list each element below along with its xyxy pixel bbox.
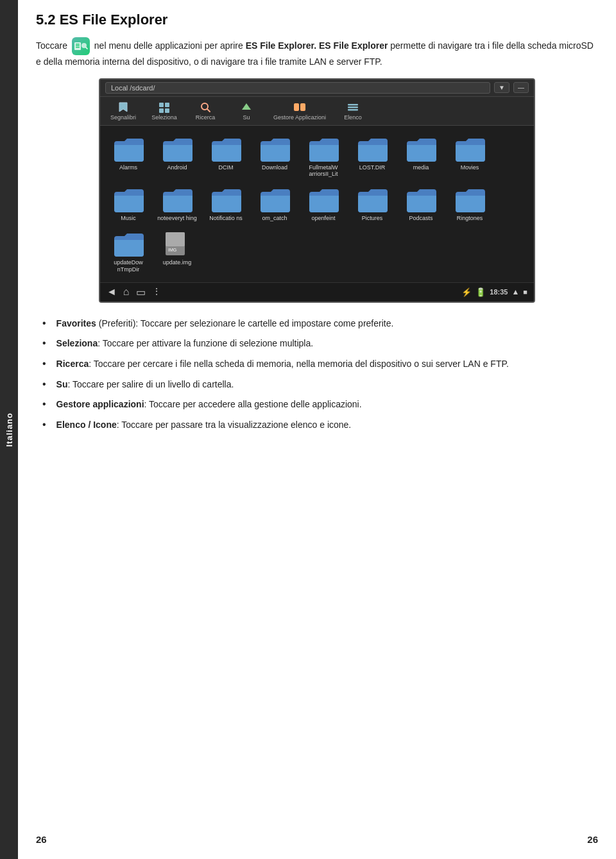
list-item[interactable]: Android	[154, 132, 200, 181]
term-seleziona: Seleziona	[56, 338, 98, 348]
list-item[interactable]: media	[398, 132, 444, 181]
folder-icon	[112, 135, 145, 163]
toolbar-segnalibri[interactable]: Segnalibri	[104, 99, 142, 123]
file-label: om_catch	[262, 215, 287, 222]
menu-nav-icon: ⋮	[152, 286, 161, 298]
file-label: Download	[262, 164, 287, 171]
svg-text:IMG: IMG	[168, 248, 176, 252]
svg-rect-6	[159, 103, 164, 107]
language-label: Italiano	[4, 412, 14, 447]
gestore-icon	[293, 101, 307, 113]
page-title: 5.2 ES File Explorer	[36, 12, 598, 28]
list-item[interactable]: noteeveryt hing	[154, 183, 200, 225]
list-item[interactable]: Music	[105, 183, 151, 225]
list-item[interactable]: Ringtones	[447, 183, 493, 225]
recents-nav-icon: ▭	[136, 286, 146, 298]
file-label: openfeint	[311, 215, 335, 222]
back-nav-icon: ◄	[107, 286, 117, 298]
list-item: Elenco / Icone: Toccare per passare tra …	[42, 418, 598, 432]
svg-rect-13	[294, 103, 299, 111]
list-item[interactable]: Download	[252, 132, 298, 181]
svg-line-5	[86, 47, 87, 49]
desc-gestore: : Toccare per accedere alla gestione del…	[144, 399, 362, 409]
feature-list: Favorites (Preferiti): Toccare per selez…	[42, 317, 598, 432]
list-item[interactable]: om_catch	[252, 183, 298, 225]
folder-icon	[160, 135, 194, 163]
list-item[interactable]: openfeint	[300, 183, 346, 225]
desc-ricerca: : Toccare per cercare i file nella sched…	[89, 359, 509, 369]
toolbar-elenco[interactable]: Elenco	[334, 99, 372, 123]
term-elenco: Elenco / Icone	[56, 420, 117, 430]
segnalibri-icon	[116, 101, 130, 113]
folder-icon	[307, 185, 340, 214]
list-item[interactable]: LOST.DIR	[349, 132, 395, 181]
list-item[interactable]: FullmetalW arriorsII_Lit	[300, 132, 346, 181]
list-item-text: Favorites (Preferiti): Toccare per selez…	[56, 317, 394, 331]
elenco-icon	[346, 101, 360, 113]
svg-rect-8	[159, 108, 164, 113]
ricerca-icon	[198, 101, 212, 113]
page-number-left: 26	[36, 834, 47, 845]
signal-icon: ■	[523, 288, 527, 296]
home-nav-icon: ⌂	[123, 286, 130, 298]
file-label: Ringtones	[457, 215, 483, 222]
file-label: noteeveryt hing	[157, 215, 197, 222]
list-item: Su: Toccare per salire di un livello di …	[42, 378, 598, 392]
toolbar-ricerca[interactable]: Ricerca	[186, 99, 225, 123]
seleziona-icon	[157, 101, 171, 113]
folder-icon	[112, 185, 145, 214]
toolbar-su[interactable]: Su	[227, 99, 266, 123]
list-item[interactable]: Notificatio ns	[203, 183, 249, 225]
svg-rect-9	[165, 108, 169, 113]
desc-favorites: : Toccare per selezionare le cartelle ed…	[135, 318, 393, 328]
file-label: LOST.DIR	[359, 164, 386, 171]
svg-rect-16	[348, 106, 358, 108]
file-label: Android	[167, 164, 187, 171]
file-label: update.img	[163, 259, 192, 266]
list-item[interactable]: IMG update.img	[154, 227, 200, 276]
list-item[interactable]: Pictures	[349, 183, 395, 225]
page-number-right: 26	[587, 834, 598, 845]
app-icon-inline	[72, 37, 90, 55]
intro-paragraph: Toccare nel menu delle applicazioni per …	[36, 37, 598, 69]
list-item[interactable]: DCIM	[203, 132, 249, 181]
minimize-btn[interactable]: —	[513, 82, 529, 93]
folder-icon	[453, 185, 486, 214]
file-grid: Alarms Android DCIM Download	[100, 126, 534, 282]
toolbar-seleziona[interactable]: Seleziona	[145, 99, 184, 123]
folder-icon	[258, 185, 291, 214]
toolbar-su-label: Su	[243, 114, 250, 121]
toolbar-gestore[interactable]: Gestore Applicazioni	[268, 99, 331, 123]
list-item: Seleziona: Toccare per attivare la funzi…	[42, 337, 598, 351]
file-label: Alarms	[119, 164, 137, 171]
term-gestore: Gestore applicazioni	[56, 399, 144, 409]
folder-icon	[160, 185, 194, 214]
toolbar-seleziona-label: Seleziona	[151, 114, 177, 121]
folder-icon	[355, 135, 389, 163]
wifi-icon: ▲	[511, 287, 519, 296]
statusbar-nav: ◄ ⌂ ▭ ⋮	[107, 286, 161, 298]
list-item[interactable]: Alarms	[105, 132, 151, 181]
file-label: Movies	[461, 164, 479, 171]
term-ricerca: Ricerca	[56, 359, 89, 369]
desc-elenco: : Toccare per passare tra la visualizzaz…	[117, 420, 352, 430]
screenshot-toolbar: Segnalibri Seleziona Ricerca	[100, 97, 534, 126]
battery-icon: 🔋	[475, 287, 486, 297]
list-item: Favorites (Preferiti): Toccare per selez…	[42, 317, 598, 331]
file-label: Pictures	[362, 215, 383, 222]
paren-favorites: (Preferiti)	[96, 318, 135, 328]
file-label: DCIM	[219, 164, 234, 171]
screenshot-topbar: Local /sdcard/ ▼ —	[100, 80, 534, 97]
list-item-text: Ricerca: Toccare per cercare i file nell…	[56, 357, 509, 371]
list-item: Gestore applicazioni: Toccare per accede…	[42, 398, 598, 412]
usb-icon: ⚡	[461, 287, 472, 297]
folder-icon	[209, 135, 243, 163]
list-item-text: Elenco / Icone: Toccare per passare tra …	[56, 418, 352, 432]
dropdown-btn[interactable]: ▼	[494, 82, 509, 93]
list-item-text: Su: Toccare per salire di un livello di …	[56, 378, 234, 392]
side-tab: Italiano	[0, 0, 18, 859]
svg-rect-15	[348, 104, 358, 106]
list-item[interactable]: Movies	[447, 132, 493, 181]
list-item[interactable]: Podcasts	[398, 183, 444, 225]
list-item[interactable]: updateDow nTmpDir	[105, 227, 151, 276]
